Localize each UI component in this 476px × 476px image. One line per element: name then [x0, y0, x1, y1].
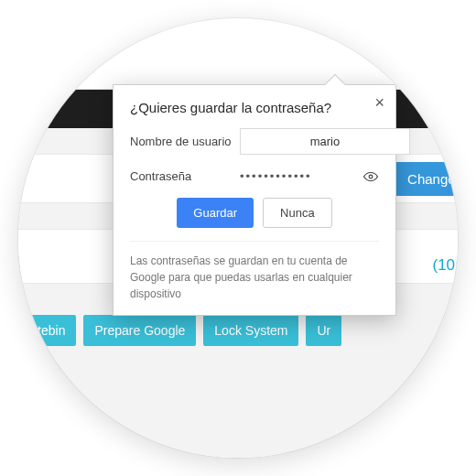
never-button[interactable]: Nunca — [263, 198, 332, 228]
username-label: Nombre de usuario — [130, 135, 233, 148]
save-password-dialog: × ¿Quieres guardar la contraseña? Nombre… — [113, 84, 396, 316]
dialog-footer-text: Las contraseñas se guardan en tu cuenta … — [130, 241, 379, 302]
key-icon[interactable] — [399, 55, 430, 71]
search-label: Sea — [18, 368, 458, 382]
action-toolbar: Filter Pastebin Prepare Google Lock Syst… — [18, 315, 458, 346]
password-mask: •••••••••••• — [240, 166, 355, 187]
svg-point-1 — [369, 175, 373, 178]
save-button[interactable]: Guardar — [177, 198, 254, 228]
close-icon[interactable]: × — [374, 94, 384, 111]
row-right-value: -37 (10:16:31) — [433, 238, 459, 275]
password-label: Contraseña — [130, 169, 233, 183]
svg-point-0 — [407, 60, 415, 67]
filter-pastebin-button[interactable]: Filter Pastebin — [18, 315, 76, 346]
lock-system-button[interactable]: Lock System — [203, 315, 298, 346]
bookmark-star-icon[interactable] — [443, 52, 458, 74]
browser-toolbar — [18, 37, 458, 90]
prepare-google-button[interactable]: Prepare Google — [83, 315, 196, 346]
username-input[interactable] — [240, 128, 410, 155]
toolbar-button[interactable]: Ur — [306, 315, 341, 346]
dialog-title: ¿Quieres guardar la contraseña? — [130, 100, 379, 115]
change-client-button[interactable]: Change Clien — [395, 162, 458, 196]
eye-icon[interactable] — [362, 168, 379, 185]
